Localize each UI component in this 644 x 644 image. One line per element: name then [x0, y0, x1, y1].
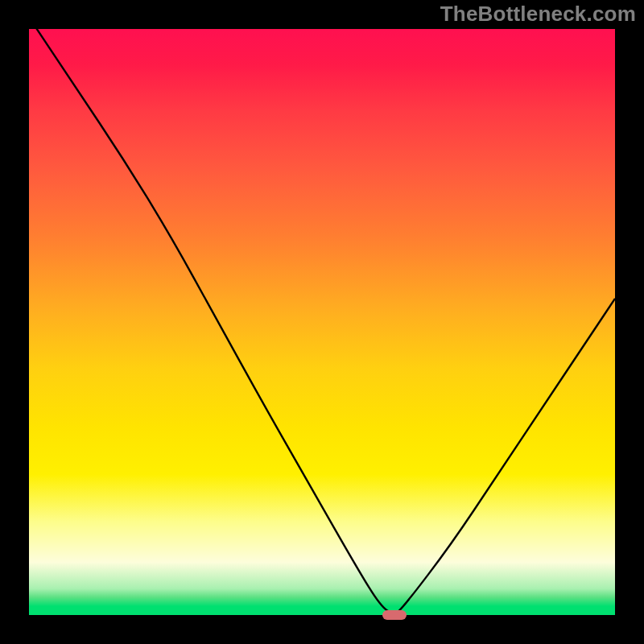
bottleneck-curve-svg: [29, 29, 615, 615]
plot-area: [29, 29, 615, 615]
chart-frame: TheBottleneck.com: [0, 0, 644, 644]
minimum-marker-pill: [382, 610, 407, 620]
watermark-text: TheBottleneck.com: [440, 2, 636, 27]
bottleneck-curve-path: [29, 17, 615, 613]
